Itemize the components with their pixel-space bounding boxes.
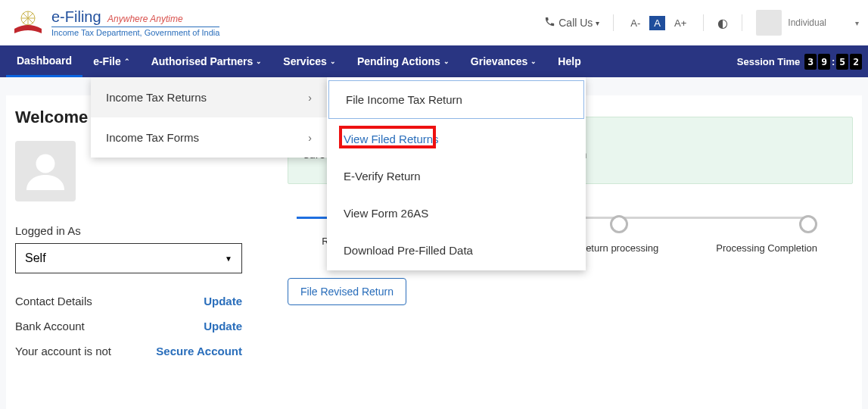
- logged-in-as-value: Self: [25, 251, 46, 265]
- account-secure-label: Your account is not: [15, 345, 111, 357]
- nav-authorised-partners[interactable]: Authorised Partners⌄: [141, 45, 273, 77]
- chevron-down-icon: ⌄: [330, 58, 336, 65]
- session-sec-tens: 5: [836, 54, 848, 70]
- nav-efile-label: e-File: [93, 55, 121, 67]
- app-header: e-Filing Anywhere Anytime Income Tax Dep…: [0, 0, 868, 45]
- submenu-label: View Filed Returns: [344, 133, 439, 145]
- nav-help[interactable]: Help: [547, 45, 591, 77]
- session-label: Session Time: [737, 56, 801, 67]
- nav-services-label: Services: [283, 55, 327, 67]
- user-avatar-icon: [756, 10, 782, 36]
- submenu-download-prefilled[interactable]: Download Pre-Filled Data: [327, 232, 586, 269]
- nav-services[interactable]: Services⌄: [272, 45, 347, 77]
- logged-in-as-select[interactable]: Self ▼: [15, 243, 242, 273]
- chevron-down-icon: ▾: [855, 19, 859, 27]
- triangle-down-icon: ▼: [225, 254, 232, 263]
- submenu-file-income-tax-return[interactable]: File Income Tax Return: [328, 80, 584, 119]
- chevron-right-icon: ›: [308, 132, 312, 144]
- session-sec-ones: 2: [850, 54, 862, 70]
- submenu-everify-return[interactable]: E-Verify Return: [327, 158, 586, 195]
- step-processing-icon: [610, 215, 628, 233]
- bank-account-update-link[interactable]: Update: [204, 320, 242, 333]
- nav-pending-label: Pending Actions: [357, 55, 440, 67]
- submenu-label: View Form 26AS: [344, 207, 428, 220]
- main-nav: Dashboard e-File⌃ Authorised Partners⌄ S…: [0, 45, 868, 77]
- efile-submenu-label: Income Tax Returns: [106, 91, 207, 104]
- efile-submenu-income-tax-returns[interactable]: Income Tax Returns ›: [91, 77, 327, 117]
- chevron-down-icon: ⌄: [256, 58, 262, 65]
- call-us-dropdown[interactable]: Call Us ▾: [544, 16, 599, 30]
- session-min-ones: 9: [818, 54, 830, 70]
- profile-avatar-placeholder: [15, 141, 76, 201]
- submenu-view-form-26as[interactable]: View Form 26AS: [327, 195, 586, 232]
- chevron-down-icon: ⌄: [443, 58, 450, 65]
- divider: [703, 14, 704, 31]
- session-timer: Session Time 3 9 : 5 2: [737, 54, 862, 70]
- brand-tagline: Anywhere Anytime: [107, 14, 183, 24]
- contact-details-label: Contact Details: [15, 295, 92, 308]
- efile-submenu: Income Tax Returns › Income Tax Forms ›: [91, 77, 327, 158]
- step-completion-label: Processing Completion: [716, 242, 817, 254]
- submenu-view-filed-returns[interactable]: View Filed Returns: [327, 120, 586, 158]
- chevron-down-icon: ⌄: [530, 58, 537, 65]
- file-revised-return-button[interactable]: File Revised Return: [288, 278, 406, 305]
- chevron-up-icon: ⌃: [124, 58, 130, 65]
- submenu-label: File Income Tax Return: [346, 93, 462, 106]
- submenu-label: E-Verify Return: [344, 170, 421, 183]
- font-decrease-button[interactable]: A-: [627, 16, 643, 30]
- session-min-tens: 3: [804, 54, 817, 70]
- income-tax-returns-submenu: File Income Tax Return View Filed Return…: [327, 77, 586, 270]
- chevron-right-icon: ›: [308, 92, 312, 104]
- brand-main: e-Filing: [51, 8, 101, 25]
- font-normal-button[interactable]: A: [649, 16, 665, 30]
- svg-point-1: [36, 155, 55, 173]
- brand-block: e-Filing Anywhere Anytime Income Tax Dep…: [9, 4, 219, 42]
- call-us-label: Call Us: [558, 17, 593, 29]
- phone-icon: [544, 16, 555, 30]
- font-size-controls: A- A A+: [627, 16, 689, 30]
- divider: [742, 14, 742, 31]
- logged-in-as-label: Logged in As: [15, 224, 257, 237]
- nav-efile[interactable]: e-File⌃: [82, 45, 141, 77]
- user-type-label: Individual: [788, 17, 826, 28]
- contact-details-update-link[interactable]: Update: [204, 295, 242, 308]
- chevron-down-icon: ▾: [596, 19, 599, 27]
- nav-authorised-label: Authorised Partners: [151, 55, 254, 67]
- nav-dashboard-label: Dashboard: [17, 55, 72, 67]
- nav-pending-actions[interactable]: Pending Actions⌄: [347, 45, 460, 77]
- efile-submenu-label: Income Tax Forms: [106, 131, 199, 144]
- gov-emblem-icon: [9, 4, 47, 42]
- divider: [613, 14, 614, 31]
- submenu-label: Download Pre-Filled Data: [344, 244, 473, 257]
- bank-account-label: Bank Account: [15, 320, 85, 333]
- step-processing-label: Return processing: [579, 242, 659, 254]
- nav-dashboard[interactable]: Dashboard: [6, 45, 82, 77]
- nav-help-label: Help: [558, 55, 580, 67]
- nav-grievances[interactable]: Grievances⌄: [460, 45, 548, 77]
- secure-account-link[interactable]: Secure Account: [156, 345, 242, 357]
- step-completion-icon: [799, 215, 817, 233]
- user-menu[interactable]: Individual ▾: [756, 10, 859, 36]
- contrast-toggle-icon[interactable]: ◐: [717, 16, 728, 30]
- colon: :: [832, 56, 835, 67]
- efile-submenu-income-tax-forms[interactable]: Income Tax Forms ›: [91, 117, 327, 158]
- nav-grievances-label: Grievances: [471, 55, 528, 67]
- brand-subtitle: Income Tax Department, Government of Ind…: [51, 27, 219, 37]
- font-increase-button[interactable]: A+: [671, 16, 689, 30]
